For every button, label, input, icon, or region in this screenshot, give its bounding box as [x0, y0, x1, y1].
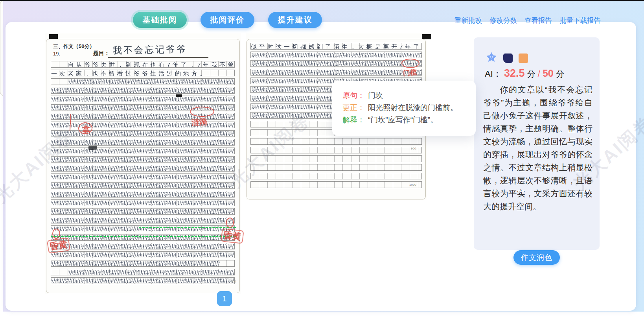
grid-row [250, 155, 422, 162]
annotation-circle-cuo[interactable] [226, 218, 234, 228]
grid-row [250, 164, 422, 171]
original-label: 原句： [342, 89, 365, 101]
handwriting-stroke [51, 244, 234, 249]
page-number-badge[interactable]: 1 [217, 291, 232, 306]
grid-row [51, 208, 235, 215]
handwriting-stroke [51, 131, 234, 136]
correction-tooltip: 原句： 门坎 更正： 阳光照射在脱漆的门槛前。 解释： “门坎”应写作“门槛”。 [332, 81, 476, 136]
grid-row [250, 181, 422, 188]
grid-row [51, 148, 235, 154]
handwriting-stroke [51, 97, 234, 101]
annotation-stamp-hunhuang-right: 昏黄 [221, 228, 244, 244]
annotation-circle-menkan[interactable] [401, 59, 420, 68]
handwriting-stroke [51, 140, 234, 145]
grid-row [51, 269, 235, 275]
annotation-circle-lianyi[interactable] [190, 107, 214, 117]
link-modify-score[interactable]: 修改分数 [489, 16, 517, 25]
highlight-underline-1 [139, 227, 236, 228]
handwriting-stroke [51, 157, 234, 162]
correction-label: 更正： [342, 101, 365, 114]
grid-row [250, 147, 422, 153]
handwriting-stroke [51, 183, 234, 188]
grid-row [51, 139, 235, 146]
grid-row [250, 69, 422, 76]
link-batch-download-report[interactable]: 批量下载报告 [559, 16, 601, 25]
ai-score-line: AI： 32.5 分 / 50 分 [485, 67, 564, 80]
handwriting-stroke [251, 70, 421, 75]
handwriting-stroke [251, 61, 421, 66]
score-total-unit: 分 [556, 69, 564, 78]
ai-comment-text: 你的文章以“我不会忘记爷爷”为主题，围绕爷爷给自己做小兔子这件事展开叙述，情感真… [483, 83, 592, 213]
window-top-edge [0, 0, 644, 1]
ai-score-panel: AI： 32.5 分 / 50 分 你的文章以“我不会忘记爷爷”为主题，围绕爷爷… [474, 37, 600, 250]
grid-row [51, 191, 235, 197]
grid-row [250, 52, 422, 58]
handwriting-stroke [51, 192, 234, 197]
tooltip-correction-row: 更正： 阳光照射在脱漆的门槛前。 [342, 101, 466, 114]
grid-row [51, 225, 235, 232]
essay-scan-page-1: 三、作文（50分） 19. 题目： 我不会忘记爷爷 自从爷爷去世，到现在也有7年… [45, 33, 241, 294]
header-action-links: 重新批改 修改分数 查看报告 批量下载报告 [454, 16, 601, 25]
grid-row: 似乎对这一切都感到了陌生，大概是离开7年了吧，早 [250, 43, 422, 50]
grid-row [51, 243, 235, 249]
handwriting-stroke [51, 261, 220, 266]
word-count-marker-600: 600 [231, 280, 236, 283]
highlight-underline-2 [51, 236, 236, 237]
grid-row [51, 260, 235, 267]
grid-row [51, 234, 235, 241]
handwriting-stroke [251, 113, 333, 118]
handwriting-stroke [51, 279, 234, 283]
panel-icon-row [486, 52, 528, 65]
orange-square-icon [519, 54, 528, 63]
grid-row [51, 130, 235, 137]
grid-row [51, 199, 235, 206]
score-prefix: AI： [485, 69, 502, 79]
crossed-out-character [88, 146, 98, 150]
composition-grid: 自从爷爷去世，到现在也有7年了，7年我不曾回过一次老家，也不曾看过爷爷生活过的地… [51, 61, 235, 286]
annotation-circle-hun[interactable] [52, 229, 60, 239]
handwriting-stroke [51, 88, 234, 93]
original-text: 门坎 [368, 89, 383, 101]
handwritten-line: 自从爷爷去世，到现在也有7年了，7年我不曾回过 [68, 61, 234, 68]
handwriting-stroke [51, 209, 234, 214]
handwriting-stroke [68, 79, 234, 84]
tab-improvement-suggestions[interactable]: 提升建议 [268, 12, 322, 28]
tooltip-original-row: 原句： 门坎 [342, 89, 466, 101]
score-unit: 分 [527, 69, 535, 78]
grid-row [51, 156, 235, 163]
word-count-marker-900: 900 [411, 147, 416, 150]
grid-row [250, 138, 422, 145]
handwriting-stroke [68, 270, 234, 275]
essay-title-label: 题目： [93, 50, 110, 57]
annotation-stamp-na: 拿 [82, 124, 90, 135]
link-regrade[interactable]: 重新批改 [454, 16, 482, 25]
explanation-label: 解释： [342, 114, 365, 126]
correction-text: 阳光照射在脱漆的门槛前。 [368, 101, 458, 114]
handwriting-stroke [51, 218, 234, 223]
grid-row [51, 217, 235, 223]
score-total: 50 [543, 68, 554, 79]
handwritten-line: 似乎对这一切都感到了陌生，大概是离开7年了吧，早 [251, 43, 421, 50]
grid-row [250, 60, 422, 67]
tab-basic-review[interactable]: 基础批阅 [133, 12, 187, 28]
link-view-report[interactable]: 查看报告 [524, 16, 552, 25]
handwriting-stroke [251, 53, 421, 57]
grid-row [51, 165, 235, 172]
registration-mark [422, 34, 431, 39]
grid-row: 自从爷爷去世，到现在也有7年了，7年我不曾回过 [51, 61, 235, 68]
grid-row [51, 96, 235, 102]
section-header: 三、作文（50分） [53, 43, 94, 50]
grid-row [51, 277, 235, 284]
handwriting-stroke [51, 201, 234, 205]
score-value: 32.5 [504, 67, 525, 79]
grid-row [51, 78, 235, 85]
star-icon[interactable] [486, 52, 497, 65]
score-separator: / [538, 69, 543, 79]
grid-row [250, 173, 422, 179]
registration-mark [176, 94, 182, 97]
word-count-marker-1000: 1000 [409, 183, 416, 186]
grid-row [51, 182, 235, 189]
tab-review-evaluation[interactable]: 批阅评价 [201, 12, 254, 28]
handwritten-line: 一次老家，也不曾看过爷爷生活过的地方。 [51, 70, 234, 76]
essay-polish-button[interactable]: 作文润色 [513, 250, 560, 265]
